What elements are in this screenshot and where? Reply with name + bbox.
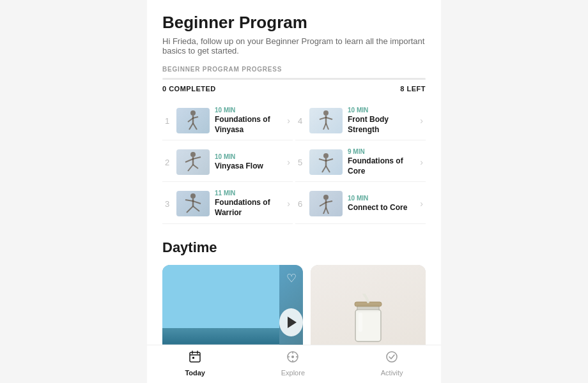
svg-line-17 — [193, 165, 198, 169]
lesson-duration: 10 MIN — [348, 107, 417, 114]
lesson-info: 11 MIN Foundations of Warrior — [215, 190, 284, 218]
svg-line-33 — [326, 201, 332, 202]
nav-today-label: Today — [185, 369, 205, 377]
chevron-right-icon: › — [287, 199, 290, 209]
svg-line-8 — [320, 117, 326, 119]
lesson-number: 3 — [165, 199, 176, 209]
daytime-section-title: Daytime — [162, 239, 426, 256]
lesson-info: 10 MIN Foundations of Vinyasa — [215, 107, 284, 135]
lesson-title: Front Body Strength — [348, 115, 417, 135]
lessons-grid: 1 10 MIN Foundations of Vinyasa › — [162, 101, 426, 224]
progress-left: 8 Left — [400, 85, 426, 93]
chevron-right-icon: › — [287, 157, 290, 167]
lesson-number: 2 — [165, 158, 176, 167]
lesson-info: 10 MIN Connect to Core — [348, 195, 417, 213]
favorite-heart-icon[interactable]: ♡ — [286, 271, 297, 285]
main-content: Beginner Program Hi Frieda, follow up on… — [147, 0, 441, 383]
progress-bar-container — [162, 78, 426, 80]
svg-line-35 — [326, 207, 329, 214]
today-icon — [188, 350, 202, 367]
lesson-duration: 11 MIN — [215, 190, 284, 197]
lesson-thumbnail — [176, 191, 210, 216]
play-button[interactable] — [279, 308, 303, 336]
svg-line-23 — [326, 166, 330, 172]
progress-meta: 0 Completed 8 Left — [162, 85, 426, 93]
lesson-duration: 10 MIN — [215, 153, 284, 160]
lesson-number: 1 — [165, 116, 176, 126]
lesson-item[interactable]: 4 10 MIN Front Body Strength › — [295, 101, 426, 140]
svg-point-24 — [190, 193, 196, 199]
svg-line-10 — [323, 123, 326, 130]
lesson-info: 10 MIN Vinyasa Flow — [215, 153, 284, 172]
page-title: Beginner Program — [162, 13, 426, 33]
svg-point-12 — [190, 152, 196, 157]
bottom-navigation: Today Explore — [147, 345, 441, 383]
mason-jar-illustration — [346, 294, 391, 351]
svg-line-34 — [323, 207, 326, 214]
progress-label: Beginner Program Progress — [162, 66, 426, 73]
svg-line-21 — [326, 159, 333, 161]
svg-line-4 — [189, 123, 193, 130]
chevron-right-icon: › — [420, 116, 423, 126]
nav-item-today[interactable]: Today — [185, 350, 205, 377]
svg-line-5 — [193, 123, 197, 130]
lesson-thumbnail — [309, 191, 343, 216]
lesson-item[interactable]: 6 10 MIN Connect to Core › — [295, 184, 426, 223]
svg-line-20 — [319, 159, 326, 161]
nav-item-activity[interactable]: Activity — [381, 350, 403, 377]
lesson-item[interactable]: 3 11 MIN Foundations of Warrior › — [162, 184, 293, 223]
svg-point-30 — [323, 195, 329, 200]
lesson-title: Foundations of Core — [348, 156, 417, 176]
lesson-title: Vinyasa Flow — [215, 161, 284, 172]
svg-line-29 — [193, 206, 199, 211]
lesson-thumbnail — [176, 149, 210, 175]
lesson-duration: 9 MIN — [348, 148, 417, 155]
svg-point-47 — [291, 356, 294, 358]
svg-line-22 — [322, 166, 326, 172]
svg-point-52 — [387, 352, 397, 362]
svg-rect-40 — [359, 313, 362, 332]
svg-line-9 — [326, 117, 332, 119]
svg-line-26 — [185, 200, 193, 201]
lesson-number: 5 — [298, 158, 309, 167]
lesson-title: Foundations of Warrior — [215, 198, 284, 218]
lesson-item[interactable]: 1 10 MIN Foundations of Vinyasa › — [162, 101, 293, 140]
svg-rect-45 — [192, 357, 194, 359]
nav-explore-label: Explore — [281, 369, 305, 377]
chevron-right-icon: › — [287, 116, 290, 126]
lesson-duration: 10 MIN — [215, 107, 284, 114]
progress-completed: 0 Completed — [162, 85, 216, 93]
lesson-title: Connect to Core — [348, 203, 417, 213]
svg-point-0 — [190, 110, 196, 116]
svg-line-32 — [320, 202, 326, 206]
svg-line-28 — [187, 206, 193, 213]
lesson-duration: 10 MIN — [348, 195, 417, 202]
explore-icon — [286, 350, 300, 367]
lesson-thumbnail — [309, 108, 343, 133]
svg-point-6 — [323, 110, 329, 116]
lesson-info: 10 MIN Front Body Strength — [348, 107, 417, 135]
lesson-thumbnail — [309, 149, 343, 175]
lesson-item[interactable]: 5 9 MIN Foundations of Core › — [295, 143, 426, 182]
nav-activity-label: Activity — [381, 369, 403, 377]
lesson-info: 9 MIN Foundations of Core — [348, 148, 417, 176]
chevron-right-icon: › — [420, 157, 423, 167]
svg-line-11 — [326, 123, 329, 130]
lesson-item[interactable]: 2 10 MIN Vinyasa Flow › — [162, 143, 293, 182]
chevron-right-icon: › — [420, 199, 423, 209]
phone-container: Beginner Program Hi Frieda, follow up on… — [147, 0, 441, 383]
svg-line-15 — [185, 159, 193, 162]
svg-line-27 — [193, 201, 201, 204]
activity-icon — [385, 350, 399, 367]
svg-line-14 — [193, 157, 201, 159]
svg-rect-41 — [190, 352, 200, 362]
lesson-thumbnail — [176, 108, 210, 133]
svg-point-18 — [323, 153, 329, 158]
lesson-title: Foundations of Vinyasa — [215, 115, 284, 135]
lesson-number: 6 — [298, 199, 309, 209]
page-subtitle: Hi Frieda, follow up on your Beginner Pr… — [162, 36, 426, 56]
nav-item-explore[interactable]: Explore — [281, 350, 305, 377]
svg-line-16 — [188, 165, 193, 171]
lesson-number: 4 — [298, 116, 309, 126]
